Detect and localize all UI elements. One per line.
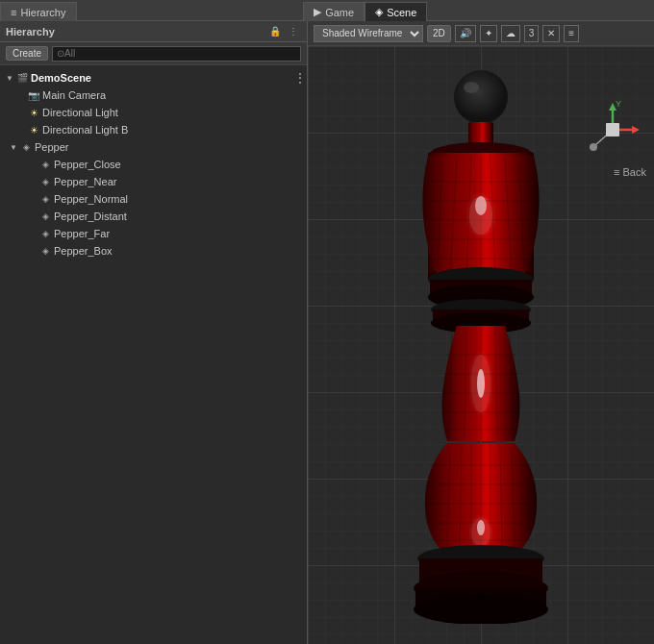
hierarchy-toolbar: Create	[0, 42, 307, 65]
pepper-close-label: Pepper_Close	[54, 159, 121, 170]
pepper-far-label: Pepper_Far	[54, 228, 110, 239]
hierarchy-menu-btn[interactable]: ⋮	[286, 25, 301, 37]
3-button[interactable]: 3	[524, 25, 540, 42]
camera-icon: 📷	[27, 90, 40, 101]
pepper-far-icon: ◈	[38, 229, 52, 238]
tree-item-dir-light[interactable]: ☀ Directional Light	[0, 104, 307, 121]
pepper-box-icon: ◈	[38, 246, 52, 256]
tree-item-pepper-normal[interactable]: ◈ Pepper_Normal	[0, 190, 307, 208]
specular-upper	[475, 196, 487, 215]
tree-item-pepper-near[interactable]: ◈ Pepper_Near	[0, 173, 307, 190]
hierarchy-title: Hierarchy	[6, 26, 55, 37]
demoscene-label: DemoScene	[31, 72, 91, 84]
dirlightb-icon: ☀	[27, 125, 40, 136]
pepper-near-label: Pepper_Near	[54, 176, 116, 187]
game-tab-label: Game	[325, 7, 354, 18]
dir-light-label: Directional Light	[42, 107, 118, 118]
sky-button[interactable]: ☁	[501, 25, 520, 42]
scene-viewport[interactable]: Y ≡ Back	[308, 46, 654, 644]
demoscene-menu-icon[interactable]: ⋮	[293, 70, 307, 86]
hierarchy-tab-icon: ≡	[11, 7, 16, 18]
audio-button[interactable]: 🔊	[455, 25, 476, 42]
tree-item-dir-light-b[interactable]: ☀ Directional Light B	[0, 121, 307, 138]
pepper-mill-svg	[385, 66, 577, 624]
tree-item-pepper-box[interactable]: ◈ Pepper_Box	[0, 242, 307, 260]
tree-item-pepper-far[interactable]: ◈ Pepper_Far	[0, 225, 307, 242]
pepper-normal-label: Pepper_Normal	[54, 193, 128, 205]
tree-item-main-camera[interactable]: 📷 Main Camera	[0, 87, 307, 104]
demoscene-arrow: ▼	[4, 74, 15, 83]
scene-panel: Shaded Wireframe 2D 🔊 ✦ ☁ 3 ✕ ≡	[308, 21, 654, 644]
scene-tab-icon: ◈	[375, 6, 383, 18]
create-button[interactable]: Create	[6, 46, 48, 61]
pepper-near-icon: ◈	[38, 177, 52, 186]
svg-point-43	[590, 143, 597, 151]
specular-middle	[477, 369, 485, 398]
scene-toolbar: Shaded Wireframe 2D 🔊 ✦ ☁ 3 ✕ ≡	[308, 21, 654, 46]
svg-marker-41	[632, 126, 640, 134]
top-tab-bar: ≡ Hierarchy ▶ Game ◈ Scene	[0, 0, 654, 21]
hierarchy-lock-btn[interactable]: 🔒	[266, 25, 284, 37]
back-label[interactable]: ≡ Back	[614, 166, 646, 178]
main-layout: Hierarchy 🔒 ⋮ Create ▼ 🎬 DemoScene ⋮	[0, 21, 654, 644]
knob-highlight	[464, 82, 479, 93]
specular-lower	[477, 520, 485, 535]
scene-tab-label: Scene	[387, 7, 416, 18]
tab-scene[interactable]: ◈ Scene	[365, 2, 427, 21]
gizmo-svg: Y	[582, 99, 644, 161]
pepper-close-icon: ◈	[38, 160, 52, 169]
pepper-normal-icon: ◈	[38, 194, 52, 204]
demoscene-icon: 🎬	[15, 73, 29, 83]
tree-item-pepper-close[interactable]: ◈ Pepper_Close	[0, 156, 307, 173]
tree-item-pepper-distant[interactable]: ◈ Pepper_Distant	[0, 208, 307, 225]
hierarchy-panel: Hierarchy 🔒 ⋮ Create ▼ 🎬 DemoScene ⋮	[0, 21, 308, 644]
tab-hierarchy[interactable]: ≡ Hierarchy	[0, 2, 77, 21]
dir-light-b-label: Directional Light B	[42, 124, 128, 136]
layers-button[interactable]: ≡	[564, 25, 579, 42]
base-platform-bottom	[414, 594, 548, 624]
tab-game[interactable]: ▶ Game	[303, 2, 365, 21]
shading-dropdown[interactable]: Shaded Wireframe	[314, 25, 423, 42]
dirlight-icon: ☀	[27, 108, 40, 118]
2d-mode-button[interactable]: 2D	[427, 25, 451, 42]
tree-item-pepper[interactable]: ▼ ◈ Pepper	[0, 138, 307, 156]
pepper-distant-label: Pepper_Distant	[54, 211, 127, 222]
knob-ball	[454, 70, 508, 124]
hierarchy-tree: ▼ 🎬 DemoScene ⋮ 📷 Main Camera ☀ Directio…	[0, 65, 307, 644]
main-camera-label: Main Camera	[42, 89, 106, 101]
game-tab-icon: ▶	[314, 6, 321, 18]
hierarchy-header-controls: 🔒 ⋮	[266, 25, 301, 37]
pepper-arrow: ▼	[8, 143, 19, 152]
x-button[interactable]: ✕	[542, 25, 560, 42]
hierarchy-tab-label: Hierarchy	[20, 7, 65, 18]
svg-text:Y: Y	[616, 99, 621, 109]
hierarchy-panel-header: Hierarchy 🔒 ⋮	[0, 21, 307, 42]
pepper-label: Pepper	[35, 141, 68, 153]
pepper-distant-icon: ◈	[38, 211, 52, 221]
pepper-icon: ◈	[19, 142, 33, 152]
svg-rect-44	[606, 123, 619, 136]
fx-button[interactable]: ✦	[480, 25, 497, 42]
scene-gizmo[interactable]: Y	[582, 99, 644, 161]
pepper-box-label: Pepper_Box	[54, 245, 113, 257]
hierarchy-search-input[interactable]	[52, 46, 301, 62]
tree-item-demoscene[interactable]: ▼ 🎬 DemoScene ⋮	[0, 69, 307, 87]
